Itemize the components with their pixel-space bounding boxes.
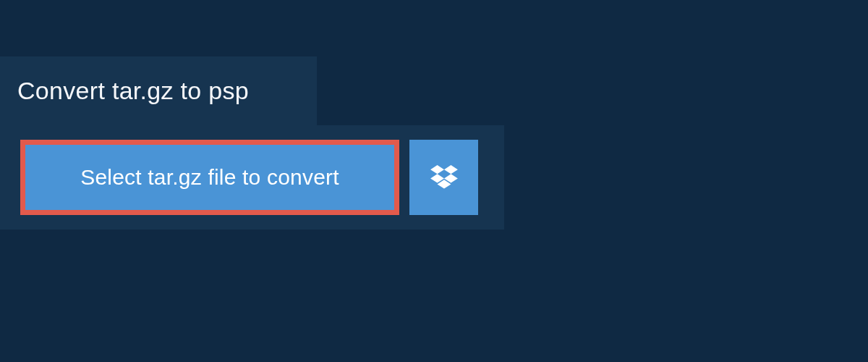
select-file-button[interactable]: Select tar.gz file to convert bbox=[25, 145, 394, 210]
select-button-highlight: Select tar.gz file to convert bbox=[20, 140, 399, 215]
page-title: Convert tar.gz to psp bbox=[17, 77, 282, 105]
dropbox-icon bbox=[430, 165, 458, 190]
main-panel: Select tar.gz file to convert bbox=[0, 125, 504, 230]
dropbox-button[interactable] bbox=[409, 140, 478, 215]
header-tab: Convert tar.gz to psp bbox=[0, 56, 317, 125]
